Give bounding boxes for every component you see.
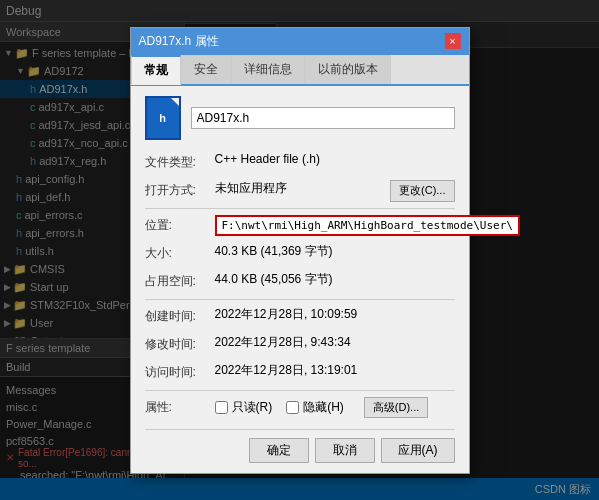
ok-button[interactable]: 确定 bbox=[249, 438, 309, 463]
attr-row: 只读(R) 隐藏(H) 高级(D)... bbox=[215, 397, 429, 418]
divider3 bbox=[145, 390, 455, 391]
properties-dialog: AD917x.h 属性 × 常规 安全 详细信息 以前的版本 h bbox=[130, 27, 470, 474]
prop-accessed-value: 2022年12月28日, 13:19:01 bbox=[215, 362, 455, 379]
prop-disksize-label: 占用空间: bbox=[145, 271, 215, 290]
modal-overlay: AD917x.h 属性 × 常规 安全 详细信息 以前的版本 h bbox=[0, 0, 599, 500]
prop-attrs-row: 属性: 只读(R) 隐藏(H) 高级(D)... bbox=[145, 397, 455, 419]
cancel-button[interactable]: 取消 bbox=[315, 438, 375, 463]
dialog-tab-previous[interactable]: 以前的版本 bbox=[305, 55, 391, 84]
dialog-tab-security[interactable]: 安全 bbox=[181, 55, 231, 84]
prop-created-label: 创建时间: bbox=[145, 306, 215, 325]
prop-filetype-row: 文件类型: C++ Header file (.h) bbox=[145, 152, 455, 174]
dialog-title: AD917x.h 属性 bbox=[139, 33, 219, 50]
prop-openwidth-value: 未知应用程序 bbox=[215, 180, 385, 197]
prop-accessed-row: 访问时间: 2022年12月28日, 13:19:01 bbox=[145, 362, 455, 384]
prop-location-row: 位置: F:\nwt\rmi\High_ARM\HighBoard_testmo… bbox=[145, 215, 455, 237]
dialog-tab-general[interactable]: 常规 bbox=[131, 55, 181, 85]
prop-size-label: 大小: bbox=[145, 243, 215, 262]
advanced-button[interactable]: 高级(D)... bbox=[364, 397, 428, 418]
dialog-body: h 文件类型: C++ Header file (.h) 打开方式: 未知应用程… bbox=[131, 86, 469, 473]
prop-disksize-value: 44.0 KB (45,056 字节) bbox=[215, 271, 455, 288]
file-icon-large: h bbox=[145, 96, 181, 140]
checkbox-hidden-label: 隐藏(H) bbox=[303, 399, 344, 416]
change-button[interactable]: 更改(C)... bbox=[390, 180, 454, 202]
checkbox-hidden[interactable]: 隐藏(H) bbox=[286, 399, 344, 416]
file-icon-letter: h bbox=[159, 112, 166, 124]
checkbox-hidden-input[interactable] bbox=[286, 401, 299, 414]
checkbox-readonly-input[interactable] bbox=[215, 401, 228, 414]
prop-accessed-label: 访问时间: bbox=[145, 362, 215, 381]
file-name-input[interactable] bbox=[191, 107, 455, 129]
prop-filetype-label: 文件类型: bbox=[145, 152, 215, 171]
ok-cancel-row: 确定 取消 应用(A) bbox=[145, 429, 455, 463]
prop-modified-label: 修改时间: bbox=[145, 334, 215, 353]
prop-created-row: 创建时间: 2022年12月28日, 10:09:59 bbox=[145, 306, 455, 328]
prop-disksize-row: 占用空间: 44.0 KB (45,056 字节) bbox=[145, 271, 455, 293]
prop-openwidth-row: 打开方式: 未知应用程序 更改(C)... bbox=[145, 180, 455, 202]
checkbox-readonly-label: 只读(R) bbox=[232, 399, 273, 416]
prop-modified-value: 2022年12月28日, 9:43:34 bbox=[215, 334, 455, 351]
apply-button[interactable]: 应用(A) bbox=[381, 438, 455, 463]
dialog-tabs: 常规 安全 详细信息 以前的版本 bbox=[131, 55, 469, 86]
prop-modified-row: 修改时间: 2022年12月28日, 9:43:34 bbox=[145, 334, 455, 356]
ide-container: Debug Workspace ◀▶ ▼ 📁 F series template… bbox=[0, 0, 599, 500]
prop-attrs-label: 属性: bbox=[145, 397, 215, 416]
prop-openwidth-label: 打开方式: bbox=[145, 180, 215, 199]
prop-filetype-value: C++ Header file (.h) bbox=[215, 152, 455, 166]
dialog-title-bar: AD917x.h 属性 × bbox=[131, 28, 469, 55]
prop-created-value: 2022年12月28日, 10:09:59 bbox=[215, 306, 455, 323]
dialog-tab-details[interactable]: 详细信息 bbox=[231, 55, 305, 84]
divider2 bbox=[145, 299, 455, 300]
location-box: F:\nwt\rmi\High_ARM\HighBoard_testmode\U… bbox=[215, 215, 520, 236]
prop-size-value: 40.3 KB (41,369 字节) bbox=[215, 243, 455, 260]
prop-location-label: 位置: bbox=[145, 215, 215, 234]
file-header: h bbox=[145, 96, 455, 140]
divider1 bbox=[145, 208, 455, 209]
checkbox-readonly[interactable]: 只读(R) bbox=[215, 399, 273, 416]
prop-size-row: 大小: 40.3 KB (41,369 字节) bbox=[145, 243, 455, 265]
dialog-close-button[interactable]: × bbox=[445, 33, 461, 49]
